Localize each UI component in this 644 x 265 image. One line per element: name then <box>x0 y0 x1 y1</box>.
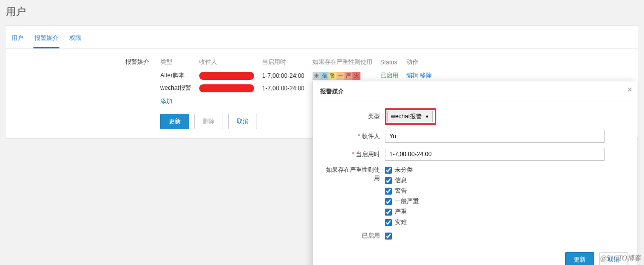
label-severity: 如果存在严重性则使用 <box>322 166 385 183</box>
severity-option[interactable]: 一般严重 <box>385 197 419 206</box>
col-recipient: 收件人 <box>199 57 262 69</box>
recipient-input[interactable] <box>385 130 605 143</box>
add-media-link[interactable]: 添加 <box>160 94 172 106</box>
page-title: 用户 <box>0 0 644 21</box>
severity-option[interactable]: 警告 <box>385 187 419 195</box>
col-action: 动作 <box>406 57 440 69</box>
cell-when: 1-7,00:00-24:00 <box>262 69 313 82</box>
type-select-value: wechat报警 <box>391 112 422 121</box>
tab-permissions[interactable]: 权限 <box>68 31 82 48</box>
label-type: 类型 <box>322 112 385 121</box>
tab-media[interactable]: 报警媒介 <box>33 31 59 48</box>
remove-link[interactable]: 移除 <box>420 72 432 79</box>
col-when: 当启用时 <box>262 57 313 69</box>
severity-label: 警告 <box>395 187 407 195</box>
cell-type: wechat报警 <box>160 82 199 94</box>
severity-cell: 一 <box>336 72 344 80</box>
label-enabled: 已启用 <box>322 232 385 240</box>
severity-strip: 未信警一严灾 <box>313 72 360 80</box>
severity-label: 一般严重 <box>395 197 419 206</box>
modal-title: 报警媒介 × <box>313 81 637 101</box>
severity-cell: 警 <box>328 72 336 80</box>
severity-label: 灾难 <box>395 218 407 227</box>
delete-button[interactable]: 删除 <box>194 114 223 129</box>
edit-link[interactable]: 编辑 <box>406 72 418 79</box>
col-type: 类型 <box>160 57 199 69</box>
table-row: Alter脚本 1-7,00:00-24:00 未信警一严灾 已启用 编辑 移除 <box>160 69 440 82</box>
cell-when: 1-7,00:00-24:00 <box>262 82 313 94</box>
type-select[interactable]: wechat报警 ▼ <box>387 111 433 122</box>
modal-update-button[interactable]: 更新 <box>565 252 594 265</box>
severity-checkbox[interactable] <box>385 167 392 174</box>
severity-checkbox[interactable] <box>385 188 392 195</box>
update-button[interactable]: 更新 <box>160 114 189 129</box>
label-when: 当启用时 <box>322 150 385 159</box>
severity-checkbox[interactable] <box>385 177 392 184</box>
modal-title-text: 报警媒介 <box>320 88 344 95</box>
severity-checkbox[interactable] <box>385 219 392 226</box>
watermark: @51CTO博客 <box>600 254 641 263</box>
cell-type: Alter脚本 <box>160 69 199 82</box>
table-header: 类型 收件人 当启用时 如果存在严重性则使用 Status 动作 <box>160 57 440 69</box>
severity-cell: 严 <box>344 72 352 80</box>
tab-user[interactable]: 用户 <box>10 31 24 48</box>
severity-label: 信息 <box>395 176 407 185</box>
when-active-input[interactable] <box>385 148 605 161</box>
severity-option[interactable]: 信息 <box>385 176 419 185</box>
label-recipient: 收件人 <box>322 132 385 141</box>
chevron-down-icon: ▼ <box>425 114 429 119</box>
col-status: Status <box>380 57 406 69</box>
severity-checkbox[interactable] <box>385 209 392 216</box>
col-severity: 如果存在严重性则使用 <box>313 57 380 69</box>
severity-cell: 信 <box>321 72 328 80</box>
severity-checkbox[interactable] <box>385 198 392 205</box>
severity-cell: 灾 <box>352 72 360 80</box>
severity-option[interactable]: 未分类 <box>385 166 419 174</box>
tabs: 用户 报警媒介 权限 <box>5 26 639 49</box>
redacted-recipient <box>199 72 254 80</box>
close-icon[interactable]: × <box>628 85 632 94</box>
severity-label: 严重 <box>395 208 407 216</box>
cancel-button[interactable]: 取消 <box>228 114 257 129</box>
severity-option[interactable]: 灾难 <box>385 218 419 227</box>
severity-cell: 未 <box>313 72 321 80</box>
enabled-checkbox[interactable] <box>385 233 392 240</box>
severity-checklist: 未分类信息警告一般严重严重灾难 <box>385 166 419 227</box>
media-modal: 报警媒介 × 类型 wechat报警 ▼ 收件人 当启用时 如果存在严重性则使用… <box>313 81 637 265</box>
type-select-highlight: wechat报警 ▼ <box>385 108 436 125</box>
cell-status: 已启用 <box>380 69 406 82</box>
severity-option[interactable]: 严重 <box>385 208 419 216</box>
media-section-label: 报警媒介 <box>125 57 160 106</box>
redacted-recipient <box>199 84 254 92</box>
severity-label: 未分类 <box>395 166 413 174</box>
